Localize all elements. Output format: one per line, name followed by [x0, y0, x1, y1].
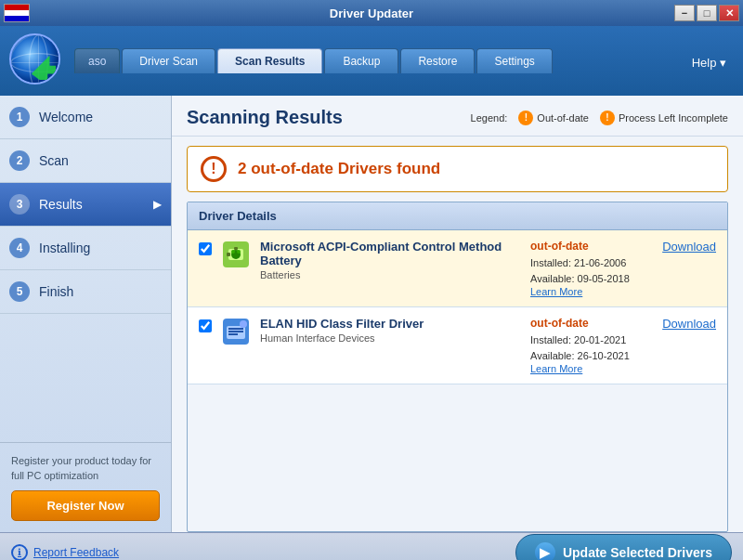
feedback-icon: ℹ — [11, 544, 28, 561]
tab-restore[interactable]: Restore — [400, 48, 475, 73]
sidebar-label-welcome: Welcome — [39, 110, 93, 124]
driver-1-name: Microsoft ACPI-Compliant Control Method … — [260, 240, 521, 267]
driver-1-download[interactable]: Download — [651, 240, 716, 254]
out-of-date-icon: ! — [518, 111, 533, 125]
bottom-bar: ℹ Report Feedback ▶ Update Selected Driv… — [0, 532, 743, 560]
right-content: Scanning Results Legend: ! Out-of-date !… — [172, 96, 743, 532]
legend-item-incomplete: ! Process Left Incomplete — [600, 111, 728, 125]
svg-rect-9 — [234, 247, 238, 250]
driver-2-installed: Installed: 20-01-2021 — [530, 332, 642, 348]
content-header: Scanning Results Legend: ! Out-of-date !… — [172, 96, 743, 137]
sidebar-item-results[interactable]: 3 Results ▶ — [0, 183, 171, 227]
driver-1-installed: Installed: 21-06-2006 — [530, 255, 642, 271]
sidebar-label-results: Results — [39, 197, 83, 212]
driver-1-status: out-of-date Installed: 21-06-2006 Availa… — [530, 240, 642, 297]
svg-point-0 — [11, 35, 60, 85]
legend-label: Legend: — [471, 112, 508, 124]
svg-rect-16 — [228, 331, 243, 332]
sidebar-bottom: Register your product today for full PC … — [0, 442, 171, 532]
flag-area — [4, 4, 30, 22]
sidebar-label-finish: Finish — [39, 284, 73, 299]
app-header: aso Driver Scan Scan Results Backup Rest… — [0, 26, 743, 96]
table-row: ELAN HID Class Filter Driver Human Inter… — [188, 307, 727, 384]
legend-item-out-of-date: ! Out-of-date — [518, 111, 589, 125]
svg-rect-17 — [228, 333, 238, 335]
driver-2-download[interactable]: Download — [651, 317, 716, 331]
driver-1-category: Batteries — [260, 269, 521, 280]
tab-driver-scan[interactable]: Driver Scan — [122, 48, 215, 73]
alert-icon: ! — [201, 156, 227, 182]
help-button[interactable]: Help ▾ — [684, 52, 734, 73]
tab-backup[interactable]: Backup — [324, 48, 398, 73]
driver-1-info: Microsoft ACPI-Compliant Control Method … — [260, 240, 521, 280]
sidebar: 1 Welcome 2 Scan 3 Results ▶ 4 Installin… — [0, 96, 172, 532]
tab-settings[interactable]: Settings — [476, 48, 552, 73]
alert-box: ! 2 out-of-date Drivers found — [187, 146, 728, 192]
driver-2-category: Human Interface Devices — [260, 332, 521, 344]
register-button[interactable]: Register Now — [11, 490, 160, 521]
app-title: Driver Updater — [330, 7, 413, 20]
maximize-button[interactable]: □ — [697, 5, 717, 21]
content-title: Scanning Results — [187, 107, 343, 128]
globe-icon — [9, 33, 60, 85]
driver-1-status-label: out-of-date — [530, 240, 642, 253]
window-controls: − □ ✕ — [674, 5, 739, 21]
sidebar-label-scan: Scan — [39, 153, 69, 168]
alert-text: 2 out-of-date Drivers found — [238, 160, 440, 178]
app-logo — [9, 33, 65, 89]
update-play-icon: ▶ — [535, 542, 555, 561]
sidebar-arrow-icon: ▶ — [153, 198, 162, 211]
driver-details-section: Driver Details — [187, 202, 728, 532]
flag-button[interactable] — [4, 4, 30, 22]
svg-rect-8 — [227, 253, 230, 256]
nav-tabs: aso Driver Scan Scan Results Backup Rest… — [74, 48, 734, 73]
driver-2-status-label: out-of-date — [530, 317, 642, 330]
svg-rect-15 — [228, 328, 243, 330]
update-selected-button[interactable]: ▶ Update Selected Drivers — [515, 534, 732, 561]
legend-out-of-date-label: Out-of-date — [537, 112, 589, 124]
register-text: Register your product today for full PC … — [11, 454, 160, 483]
update-button-label: Update Selected Drivers — [563, 545, 712, 560]
svg-point-12 — [237, 250, 241, 254]
minimize-button[interactable]: − — [674, 5, 695, 21]
driver-1-checkbox[interactable] — [199, 242, 212, 255]
driver-details-header: Driver Details — [188, 202, 727, 230]
tab-aso[interactable]: aso — [74, 48, 120, 73]
driver-2-info: ELAN HID Class Filter Driver Human Inter… — [260, 317, 521, 344]
driver-2-learn-more[interactable]: Learn More — [530, 363, 582, 374]
legend-incomplete-label: Process Left Incomplete — [619, 112, 728, 124]
feedback-link[interactable]: ℹ Report Feedback — [11, 544, 119, 561]
sidebar-item-welcome[interactable]: 1 Welcome — [0, 96, 171, 139]
legend: Legend: ! Out-of-date ! Process Left Inc… — [471, 111, 728, 125]
sidebar-item-scan[interactable]: 2 Scan — [0, 139, 171, 183]
driver-2-checkbox[interactable] — [199, 319, 212, 332]
driver-1-available: Available: 09-05-2018 — [530, 271, 642, 287]
driver-1-icon — [221, 240, 251, 269]
svg-point-11 — [231, 250, 235, 254]
sidebar-label-installing: Installing — [39, 241, 90, 255]
driver-2-status: out-of-date Installed: 20-01-2021 Availa… — [530, 317, 642, 374]
title-bar: Driver Updater − □ ✕ — [0, 0, 743, 26]
sidebar-item-finish[interactable]: 5 Finish — [0, 270, 171, 314]
driver-2-name: ELAN HID Class Filter Driver — [260, 317, 521, 331]
svg-point-18 — [240, 320, 247, 328]
driver-1-learn-more[interactable]: Learn More — [530, 286, 582, 297]
driver-2-icon — [221, 317, 251, 346]
sidebar-item-installing[interactable]: 4 Installing — [0, 227, 171, 270]
incomplete-icon: ! — [600, 111, 615, 125]
close-button[interactable]: ✕ — [719, 5, 739, 21]
driver-2-available: Available: 26-10-2021 — [530, 348, 642, 364]
tab-scan-results[interactable]: Scan Results — [217, 48, 322, 73]
feedback-label: Report Feedback — [33, 546, 119, 559]
main-content: 1 Welcome 2 Scan 3 Results ▶ 4 Installin… — [0, 96, 743, 532]
table-row: Microsoft ACPI-Compliant Control Method … — [188, 230, 727, 307]
